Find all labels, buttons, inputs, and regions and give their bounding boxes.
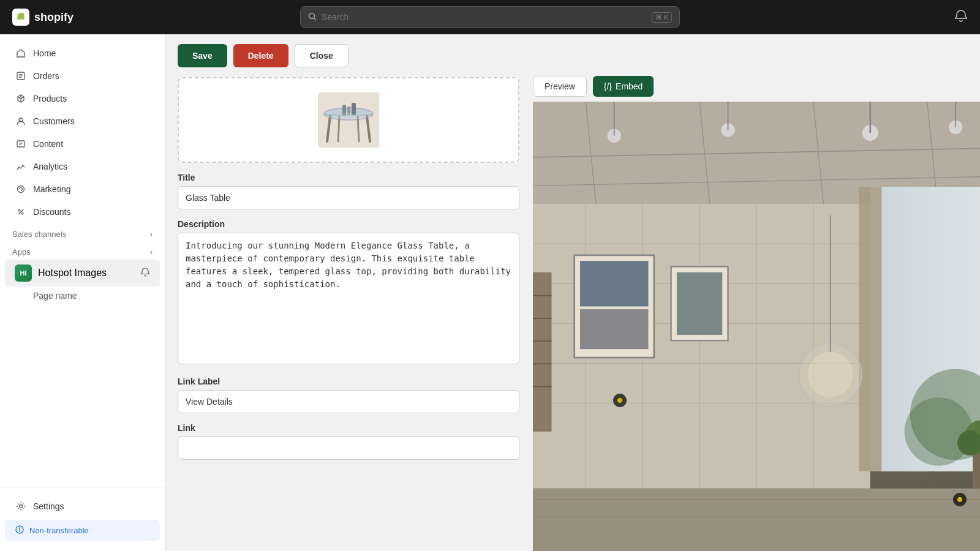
sidebar-item-home-label: Home: [33, 48, 56, 58]
svg-point-42: [905, 397, 973, 465]
sidebar-item-marketing[interactable]: Marketing: [5, 178, 160, 200]
title-input[interactable]: [178, 186, 519, 209]
link-input[interactable]: [178, 437, 519, 460]
svg-rect-46: [533, 340, 552, 342]
non-transferable-badge[interactable]: Non-transferable: [5, 520, 160, 541]
search-icon: [308, 12, 317, 23]
title-label: Title: [178, 173, 519, 182]
description-textarea[interactable]: Introducing our stunning Modern Elegance…: [178, 233, 519, 364]
sidebar-item-orders[interactable]: Orders: [5, 65, 160, 87]
svg-rect-47: [533, 363, 552, 364]
delete-button[interactable]: Delete: [233, 44, 288, 67]
svg-rect-53: [677, 272, 722, 335]
sidebar-item-analytics[interactable]: Analytics: [5, 156, 160, 178]
svg-line-69: [338, 116, 339, 141]
link-label-label: Link Label: [178, 377, 519, 386]
apps-chevron: ›: [150, 247, 153, 257]
notification-bell[interactable]: [954, 9, 968, 26]
hotspot-dot-2[interactable]: [953, 493, 967, 506]
sidebar-item-discounts[interactable]: Discounts: [5, 201, 160, 223]
page-name-label: Page name: [33, 291, 77, 301]
modal-panel: Save Delete Close: [165, 34, 532, 551]
content-area: HI Hotspot Images Preview {/} Embed: [165, 34, 980, 551]
sidebar-bottom: Settings Non-transferable: [0, 487, 165, 551]
apps-label: Apps: [12, 247, 31, 257]
svg-line-70: [358, 116, 359, 141]
embed-button[interactable]: {/} Embed: [593, 76, 654, 97]
svg-point-6: [18, 209, 20, 211]
home-icon: [15, 47, 27, 59]
main-layout: Home Orders Products Customers: [0, 34, 980, 551]
hotspot-bell-icon[interactable]: [140, 267, 150, 279]
svg-rect-48: [533, 386, 552, 388]
settings-icon: [15, 500, 27, 512]
svg-rect-50: [580, 261, 648, 306]
search-input[interactable]: [322, 12, 647, 22]
title-section: Title: [165, 163, 532, 209]
sidebar-item-page-name[interactable]: Page name: [5, 287, 160, 304]
sidebar-item-discounts-label: Discounts: [33, 207, 70, 217]
link-label-input[interactable]: [178, 390, 519, 413]
search-bar[interactable]: ⌘ K: [300, 6, 680, 28]
svg-point-55: [808, 352, 853, 397]
products-icon: [15, 92, 27, 105]
sidebar-item-settings-label: Settings: [33, 501, 64, 511]
room-background: [533, 102, 980, 551]
svg-point-8: [20, 505, 23, 508]
hotspot-images-icon: HI: [15, 264, 32, 282]
link-section: Link: [165, 413, 532, 460]
save-button[interactable]: Save: [178, 44, 227, 67]
non-transferable-icon: [15, 525, 24, 536]
sidebar-item-settings[interactable]: Settings: [5, 495, 160, 517]
marketing-icon: [15, 183, 27, 195]
svg-rect-57: [533, 489, 980, 551]
room-overlay: [533, 102, 980, 551]
orders-icon: [15, 70, 27, 82]
sales-channels-section[interactable]: Sales channels ›: [0, 223, 165, 241]
sidebar: Home Orders Products Customers: [0, 34, 165, 551]
sidebar-item-analytics-label: Analytics: [33, 162, 67, 171]
sidebar-item-home[interactable]: Home: [5, 42, 160, 64]
sidebar-item-customers-label: Customers: [33, 116, 75, 126]
svg-rect-51: [580, 309, 648, 349]
svg-point-5: [18, 186, 24, 193]
non-transferable-label: Non-transferable: [29, 526, 89, 535]
image-upload-area[interactable]: [178, 77, 519, 163]
preview-button[interactable]: Preview: [533, 76, 587, 97]
sidebar-item-orders-label: Orders: [33, 71, 59, 81]
svg-rect-44: [533, 295, 552, 296]
svg-rect-45: [533, 318, 552, 319]
sidebar-item-customers[interactable]: Customers: [5, 110, 160, 132]
modal-actions: Save Delete Close: [165, 34, 532, 77]
hotspot-images-label: Hotspot Images: [38, 268, 107, 279]
sidebar-item-products[interactable]: Products: [5, 88, 160, 110]
content-icon: [15, 138, 27, 150]
discounts-icon: [15, 206, 27, 218]
shopify-logo: shopify: [12, 9, 74, 26]
embed-label: Embed: [616, 81, 643, 91]
svg-rect-39: [859, 187, 881, 471]
svg-point-1: [309, 13, 315, 18]
svg-rect-73: [352, 103, 356, 115]
embed-icon: {/}: [604, 81, 612, 91]
customers-icon: [15, 115, 27, 127]
topbar: shopify ⌘ K: [0, 0, 980, 34]
close-button[interactable]: Close: [295, 44, 349, 67]
link-label: Link: [178, 423, 519, 433]
link-label-section: Link Label: [165, 367, 532, 413]
sidebar-item-hotspot-images[interactable]: HI Hotspot Images: [5, 260, 160, 287]
sales-channels-label: Sales channels: [12, 230, 66, 239]
logo-text: shopify: [34, 11, 74, 24]
svg-rect-4: [17, 141, 24, 147]
svg-point-7: [21, 212, 23, 214]
sidebar-item-products-label: Products: [33, 94, 67, 103]
svg-point-74: [325, 113, 372, 119]
description-section: Description Introducing our stunning Mod…: [165, 209, 532, 367]
sidebar-item-content[interactable]: Content: [5, 133, 160, 155]
sidebar-nav: Home Orders Products Customers: [0, 34, 165, 487]
description-label: Description: [178, 219, 519, 229]
apps-section[interactable]: Apps ›: [0, 241, 165, 259]
analytics-icon: [15, 160, 27, 173]
product-image: [315, 89, 382, 151]
sales-channels-chevron: ›: [150, 230, 153, 239]
